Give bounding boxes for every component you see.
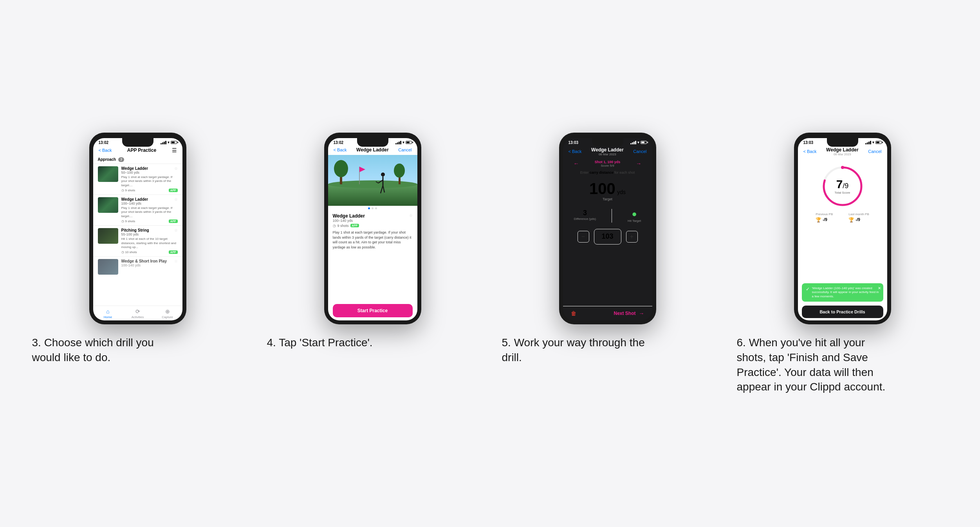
status-icons-5: ▾: [630, 140, 647, 144]
increment-button[interactable]: +: [626, 231, 638, 243]
drill-footer-3: ◷ 10 shots APP: [121, 250, 178, 254]
dot-indicators: [328, 206, 417, 211]
bottom-nav-capture[interactable]: ⊕ Capture: [153, 308, 182, 319]
bottom-nav-activities[interactable]: ⟳ Activities: [123, 308, 153, 319]
target-unit: yds: [617, 189, 626, 195]
carry-distance-input[interactable]: 103: [594, 229, 621, 245]
step-5-col: 13:03 ▾ < B: [502, 133, 713, 365]
score-label: Total Score: [834, 191, 850, 194]
wifi-icon-6: ▾: [872, 140, 874, 144]
drill-name-2: Wedge Ladder 100–140 yds: [121, 197, 148, 205]
nav-back-3[interactable]: < Back: [99, 148, 112, 153]
battery-fill-4: [406, 142, 410, 143]
sb1-6: [865, 143, 866, 144]
step-6-col: 13:03 ▾ < B: [737, 133, 948, 394]
drill-star-3[interactable]: ☆: [174, 228, 178, 232]
drill-item-3[interactable]: Pitching String 55-100 yds ☆ Hit 1 shot …: [93, 225, 182, 256]
wifi-icon-3: ▾: [168, 140, 170, 144]
trophy-icon-2: 🏆: [848, 217, 854, 223]
nav-back-5[interactable]: < Back: [569, 149, 582, 154]
dot-1: [368, 207, 370, 209]
drill-item-2[interactable]: Wedge Ladder 100–140 yds ☆ Play 1 shot a…: [93, 194, 182, 225]
app-badge-3: APP: [169, 250, 177, 254]
success-banner: ✓ 'Wedge Ladder (100–140 yds)' was creat…: [802, 283, 883, 302]
drill-item-4[interactable]: Wedge & Short Iron Play 100-140 yds ☆: [93, 256, 182, 277]
app-badge-detail: APP: [350, 224, 359, 227]
approach-label: Approach: [98, 157, 116, 162]
stat-hit-target: ● Hit Target: [628, 209, 641, 223]
drill-shots-row: ◷ 9 shots APP: [333, 224, 413, 228]
drill-star-1[interactable]: ☆: [174, 166, 178, 171]
drill-thumb-img-3: [98, 228, 118, 244]
svg-point-4: [334, 160, 348, 177]
battery-5: [641, 141, 647, 144]
sb4-5: [635, 141, 636, 144]
nav-cancel-4[interactable]: Cancel: [398, 147, 411, 152]
next-shot-arrow-btn[interactable]: →: [639, 310, 644, 317]
nav-cancel-6[interactable]: Cancel: [868, 149, 881, 154]
drill-star-detail[interactable]: ☆: [409, 213, 413, 218]
target-yds-row: 100 yds: [568, 181, 648, 196]
shot-score: Score 5/9: [595, 164, 621, 167]
drill-star-4[interactable]: ☆: [174, 259, 178, 263]
last-month-pb-val: 🏆 -/9: [848, 217, 869, 223]
shots-count-3: ◷ 10 shots: [121, 250, 137, 254]
drill-detail-name-wrap: Wedge Ladder 100–140 yds: [333, 213, 365, 223]
previous-pb-label: Previous PB: [816, 212, 833, 216]
page-wrapper: 13:02 ▾: [32, 133, 948, 394]
drill-thumb-4: [98, 259, 118, 275]
sb2-6: [867, 142, 868, 144]
svg-point-17: [841, 166, 844, 169]
nav-bar-3: < Back APP Practice ☰: [93, 146, 182, 156]
drill-star-2[interactable]: ☆: [174, 197, 178, 201]
trash-icon[interactable]: 🗑: [571, 310, 576, 317]
nav-center-6: Wedge Ladder 06 Mar 2023: [826, 147, 858, 156]
battery-fill-5: [641, 142, 644, 143]
drill-thumb-1: [98, 166, 118, 182]
phone-3-screen: 13:02 ▾: [93, 138, 182, 320]
app-badge-2: APP: [169, 219, 177, 223]
nav-back-6[interactable]: < Back: [803, 149, 817, 154]
target-display: 100 yds Target: [563, 176, 652, 206]
drill-detail-header: Wedge Ladder 100–140 yds ☆: [333, 213, 413, 223]
nav-back-4[interactable]: < Back: [334, 147, 347, 152]
sb3-6: [868, 142, 870, 144]
step-3-col: 13:02 ▾: [32, 133, 244, 365]
nav-cancel-5[interactable]: Cancel: [633, 149, 646, 154]
status-icons-4: ▾: [395, 140, 412, 144]
nav-icon-3[interactable]: ☰: [172, 147, 177, 153]
wifi-icon-4: ▾: [402, 140, 404, 144]
signal-bar-2: [162, 142, 163, 144]
caption-6: 6. When you've hit all your shots, tap '…: [737, 335, 886, 394]
drill-list: Wedge Ladder 50–100 yds ☆ Play 1 shot at…: [93, 164, 182, 306]
drill-name-3: Pitching String 55-100 yds: [121, 228, 149, 236]
drill-detail-name: Wedge Ladder: [333, 213, 365, 219]
target-label: Target: [568, 197, 648, 201]
drill-info-3: Pitching String 55-100 yds ☆ Hit 1 shot …: [121, 228, 178, 254]
wifi-icon-5: ▾: [637, 140, 639, 144]
signal-bars-3: [161, 141, 166, 144]
drill-thumb-img-4: [98, 259, 118, 275]
clock-icon-3: ◷: [121, 250, 124, 254]
success-close-btn[interactable]: ✕: [878, 286, 881, 291]
status-icons-6: ▾: [865, 140, 882, 144]
sb2-5: [632, 142, 633, 144]
next-shot-arrow[interactable]: →: [636, 160, 641, 167]
spacer-5: [563, 248, 652, 306]
drill-item-1[interactable]: Wedge Ladder 50–100 yds ☆ Play 1 shot at…: [93, 164, 182, 194]
back-to-practice-drills-button[interactable]: Back to Practice Drills: [802, 306, 883, 318]
nav-center-5: Wedge Ladder 06 Mar 2023: [591, 147, 623, 156]
sb1-5: [630, 143, 632, 144]
prev-shot-arrow[interactable]: ←: [574, 160, 579, 167]
decrement-button[interactable]: −: [578, 231, 589, 243]
battery-fill-6: [876, 142, 879, 143]
time-4: 13:02: [334, 140, 344, 145]
start-practice-button[interactable]: Start Practice: [333, 304, 413, 317]
phone-6-screen: 13:03 ▾ < B: [798, 138, 887, 320]
bottom-nav-home[interactable]: ⌂ Home: [93, 308, 123, 319]
next-shot-button[interactable]: Next Shot: [614, 311, 635, 316]
step-4-col: 13:02 ▾ < B: [267, 133, 478, 350]
battery-fill-3: [171, 142, 175, 143]
signal-bar-3: [164, 142, 165, 144]
phone-notch-5: [592, 138, 623, 147]
